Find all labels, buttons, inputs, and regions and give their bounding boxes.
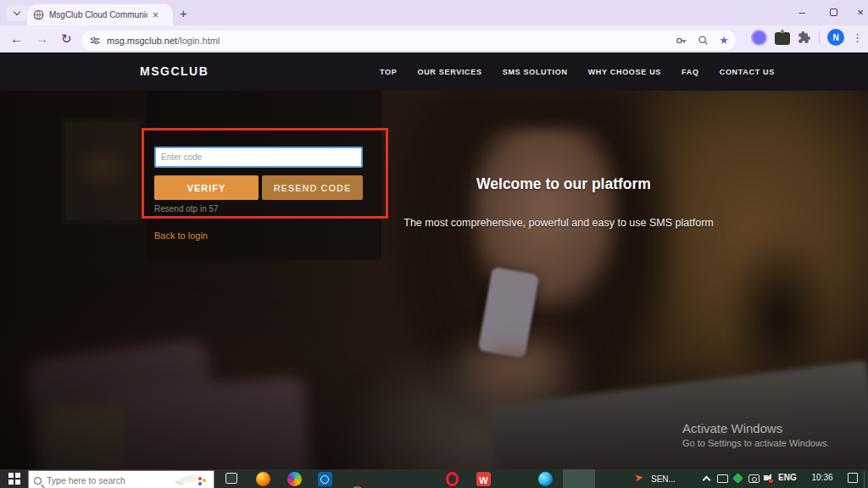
active-app-tile <box>563 469 595 488</box>
resend-code-button[interactable]: RESEND CODE <box>262 175 363 200</box>
nav-item-top[interactable]: TOP <box>380 68 397 76</box>
forward-button[interactable]: → <box>36 31 48 46</box>
chevron-down-icon <box>14 8 20 15</box>
restore-icon <box>830 8 837 16</box>
taskbar-search[interactable] <box>28 470 214 488</box>
site-settings-icon[interactable] <box>90 36 100 46</box>
nav-item-our-services[interactable]: OUR SERVICES <box>417 68 481 76</box>
wps-office-icon[interactable] <box>476 472 491 486</box>
nav-item-faq[interactable]: FAQ <box>682 68 699 76</box>
hero-title: Welcome to our platform <box>394 175 733 193</box>
url-text: msg.msgclub.net/login.html <box>107 36 220 46</box>
task-view-icon[interactable] <box>225 473 237 484</box>
otp-code-input[interactable] <box>154 147 363 168</box>
search-icon <box>34 477 42 485</box>
url-path: /login.html <box>177 36 220 46</box>
window-restore-button[interactable] <box>821 0 846 24</box>
window-close-button[interactable]: × <box>848 0 868 24</box>
tab-title: MsgClub Cloud Communication <box>49 10 147 19</box>
activate-windows-watermark: Activate Windows <box>682 421 782 435</box>
start-button[interactable] <box>8 473 20 485</box>
resend-countdown-text: Resend otp in 57 <box>154 204 219 214</box>
photos-icon[interactable] <box>287 472 302 486</box>
tab-close-icon[interactable]: × <box>153 10 159 20</box>
extension-row: N ⋮ <box>751 29 863 46</box>
back-to-login-link[interactable]: Back to login <box>154 230 208 241</box>
tab-search-button[interactable] <box>6 5 28 21</box>
verify-button[interactable]: VERIFY <box>154 175 259 200</box>
tray-app-label[interactable]: SEN... <box>651 474 676 484</box>
nav-item-why-choose-us[interactable]: WHY CHOOSE US <box>588 68 661 76</box>
window-minimize-button[interactable]: – <box>789 0 815 24</box>
outlook-icon[interactable] <box>318 472 332 486</box>
extension-purple-icon[interactable] <box>751 30 767 46</box>
hero-photo <box>0 91 868 469</box>
profile-avatar[interactable]: N <box>827 29 844 46</box>
edge-icon[interactable] <box>538 472 553 486</box>
show-desktop-divider[interactable] <box>864 471 865 488</box>
url-host: msg.msgclub.net <box>107 36 177 46</box>
screen: MsgClub Cloud Communication × + – × ← → … <box>0 0 868 488</box>
tab-strip: MsgClub Cloud Communication × + – × <box>0 0 868 25</box>
camera-tray-icon[interactable] <box>748 474 760 483</box>
opera-icon[interactable] <box>446 472 459 486</box>
firefox-icon[interactable] <box>256 472 270 486</box>
hero-subtitle: The most comprehensive, powerful and eas… <box>389 217 728 229</box>
reload-button[interactable]: ↻ <box>61 31 72 47</box>
action-center-icon[interactable] <box>848 473 858 483</box>
password-key-icon[interactable] <box>676 35 687 47</box>
browser-menu-icon[interactable]: ⋮ <box>852 31 863 44</box>
browser-tab[interactable]: MsgClub Cloud Communication × <box>27 4 173 25</box>
activate-windows-hint: Go to Settings to activate Windows. <box>682 438 830 448</box>
share-arrow-icon[interactable]: ➤ <box>633 471 644 483</box>
address-bar[interactable]: msg.msgclub.net/login.html ★ <box>81 30 736 50</box>
globe-favicon-icon <box>33 9 44 20</box>
back-button[interactable]: ← <box>10 31 23 46</box>
search-doodle-image <box>173 474 209 487</box>
site-logo[interactable]: MSGCLUB <box>140 64 209 78</box>
nav-item-contact-us[interactable]: CONTACT US <box>720 68 775 76</box>
network-monitor-icon[interactable] <box>717 474 728 483</box>
language-indicator[interactable]: ENG <box>778 473 797 482</box>
new-tab-button[interactable]: + <box>180 6 187 20</box>
bookmark-star-icon[interactable]: ★ <box>719 35 729 46</box>
site-nav: TOP OUR SERVICES SMS SOLUTION WHY CHOOSE… <box>380 53 775 91</box>
taskbar-search-input[interactable] <box>47 475 148 485</box>
extensions-puzzle-icon[interactable] <box>798 30 811 44</box>
speaker-muted-icon[interactable] <box>764 475 768 480</box>
taskbar-clock[interactable]: 10:36 <box>805 473 839 482</box>
divider <box>819 31 820 44</box>
nav-item-sms-solution[interactable]: SMS SOLUTION <box>503 68 568 76</box>
site-header: MSGCLUB TOP OUR SERVICES SMS SOLUTION WH… <box>0 53 868 91</box>
zoom-icon[interactable] <box>698 35 709 46</box>
extension-adblock-icon[interactable] <box>775 32 790 45</box>
